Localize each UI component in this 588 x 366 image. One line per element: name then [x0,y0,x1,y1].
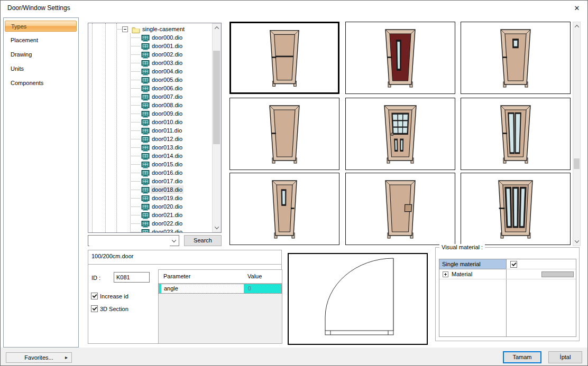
tree-file-label[interactable]: door019.dio [151,194,183,202]
door-thumbnail-7[interactable] [345,173,455,245]
preview-scroll-up-icon[interactable] [573,22,580,31]
favorites-button[interactable]: Favorites... ▸ [6,352,72,363]
tree-file-row[interactable]: door012.dio [88,135,213,143]
tree-file-label[interactable]: door010.dio [151,118,183,126]
tree-file-row[interactable]: door007.dio [88,92,213,101]
preview-scrollbar-thumb[interactable] [574,158,580,169]
door-thumbnail-8[interactable] [461,173,571,245]
id-input[interactable] [114,272,150,283]
tree-file-row[interactable]: door020.dio [88,202,213,211]
search-combobox[interactable] [88,235,179,246]
tree-file-row[interactable]: door015.dio [88,160,213,168]
tree-file-row[interactable]: door008.dio [88,101,213,109]
tree-file-label[interactable]: door003.dio [151,59,183,67]
tree-file-row[interactable]: door016.dio [88,168,213,177]
sidebar-item-units[interactable]: Units [5,63,77,74]
parameter-value-cell[interactable]: 0 [244,284,281,293]
cancel-button[interactable]: İptal [548,351,582,363]
dio-file-icon [141,204,150,211]
tree-file-label[interactable]: door018.dio [151,185,183,194]
tree-file-row[interactable]: door003.dio [88,59,213,67]
door-thumbnail-0[interactable] [229,22,339,94]
tree-folder-label[interactable]: single-casement [141,25,186,33]
sidebar-item-placement[interactable]: Placement [5,35,77,46]
tree-file-label[interactable]: door015.dio [151,160,183,168]
tree-file-label[interactable]: door022.dio [151,219,183,228]
dio-file-icon [141,119,150,126]
tree-file-label[interactable]: door013.dio [151,143,183,152]
tree-file-row[interactable]: door010.dio [88,118,213,126]
tree-file-label[interactable]: door021.dio [151,211,183,219]
door-preview-image [346,22,455,93]
tree-file-label[interactable]: door012.dio [151,135,183,143]
expand-plus-icon[interactable] [443,271,448,277]
tree-file-row[interactable]: door006.dio [88,84,213,92]
tree-file-label[interactable]: door020.dio [151,202,183,211]
tree-file-label[interactable]: door008.dio [151,101,183,109]
door-thumbnail-4[interactable] [345,98,455,170]
tree-file-row[interactable]: door000.dio [88,33,213,42]
file-tree-content[interactable]: single-casementdoor000.diodoor001.diodoo… [88,23,213,232]
tree-file-label[interactable]: door016.dio [151,168,183,177]
dio-file-icon [141,128,150,135]
tree-file-label[interactable]: door006.dio [151,84,183,92]
tree-file-label[interactable]: door001.dio [151,42,183,50]
tree-scroll-up-icon[interactable] [213,24,221,32]
tree-scrollbar[interactable] [212,23,221,232]
collapse-minus-icon[interactable] [122,26,128,32]
door-thumbnail-5[interactable] [461,98,571,170]
file-tree[interactable]: single-casementdoor000.diodoor001.diodoo… [88,23,222,233]
tree-file-label[interactable]: door005.dio [151,76,183,84]
chevron-down-icon[interactable] [170,237,178,245]
tree-file-row[interactable]: door011.dio [88,126,213,135]
door-thumbnail-3[interactable] [229,98,339,170]
tree-file-row[interactable]: door017.dio [88,177,213,185]
sidebar: TypesPlacementDrawingUnitsComponents [3,17,79,348]
door-thumbnail-2[interactable] [461,22,571,94]
parameter-row-angle[interactable]: angle 0 [159,284,282,294]
door-thumbnail-1[interactable] [345,22,455,94]
tree-file-label[interactable]: door002.dio [151,50,183,59]
ok-button[interactable]: Tamam [503,351,541,363]
tree-scroll-down-icon[interactable] [213,223,221,232]
search-combo-input[interactable] [89,236,170,246]
tree-file-row[interactable]: door019.dio [88,194,213,202]
preview-scrollbar[interactable] [573,22,581,246]
door-thumbnail-6[interactable] [229,173,339,245]
tree-file-row[interactable]: door009.dio [88,109,213,118]
sidebar-item-components[interactable]: Components [5,78,77,89]
tree-file-row[interactable]: door018.dio [88,185,213,194]
tree-file-label[interactable]: door007.dio [151,92,183,101]
dio-file-icon [141,170,150,177]
tree-file-label[interactable]: door017.dio [151,177,183,185]
close-icon[interactable]: ✕ [572,3,582,14]
tree-folder-row[interactable]: single-casement [88,25,213,33]
tree-file-label[interactable]: door011.dio [151,126,183,135]
tree-file-row[interactable]: door022.dio [88,219,213,228]
tree-file-row[interactable]: door004.dio [88,67,213,76]
tree-file-row[interactable]: door002.dio [88,50,213,59]
increase-id-checkbox[interactable] [91,293,98,299]
tree-file-label[interactable]: door009.dio [151,109,183,118]
tree-file-label[interactable]: door000.dio [151,33,183,42]
tree-file-row[interactable]: door023.dio [88,228,213,232]
tree-file-row[interactable]: door021.dio [88,211,213,219]
search-button[interactable]: Search [184,235,222,246]
tree-file-row[interactable]: door005.dio [88,76,213,84]
material-swatch-button[interactable] [541,271,574,277]
id-label: ID : [91,275,100,281]
tree-file-label[interactable]: door014.dio [151,152,183,160]
tree-file-row[interactable]: door014.dio [88,152,213,160]
3d-section-checkbox[interactable] [91,305,98,312]
single-material-row[interactable]: Single material [439,259,506,269]
sidebar-item-types[interactable]: Types [5,21,77,32]
tree-file-label[interactable]: door004.dio [151,67,183,76]
tree-file-row[interactable]: door013.dio [88,143,213,152]
preview-scroll-down-icon[interactable] [573,237,580,246]
single-material-checkbox[interactable] [510,261,517,268]
sidebar-item-drawing[interactable]: Drawing [5,49,77,60]
tree-file-row[interactable]: door001.dio [88,42,213,50]
dio-file-icon [141,102,150,109]
tree-scrollbar-thumb[interactable] [213,51,220,144]
tree-file-label[interactable]: door023.dio [151,228,183,232]
